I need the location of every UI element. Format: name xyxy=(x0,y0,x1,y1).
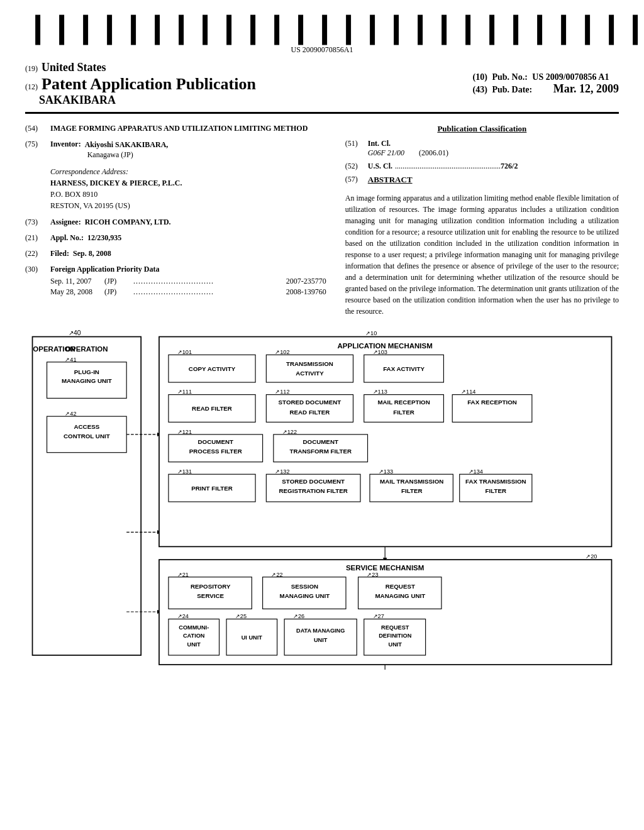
svg-text:↗134: ↗134 xyxy=(469,468,483,475)
us-cl-dots: ........................................… xyxy=(395,162,501,171)
svg-text:COPY ACTIVITY: COPY ACTIVITY xyxy=(189,365,236,372)
svg-text:↗23: ↗23 xyxy=(367,572,378,578)
foreign-num: (30) xyxy=(25,265,50,274)
svg-text:FAX RECEPTION: FAX RECEPTION xyxy=(467,399,517,406)
pub-number-top: US 20090070856A1 xyxy=(25,45,619,55)
pub-type-num: (12) xyxy=(25,82,38,92)
title-label: IMAGE FORMING APPARATUS AND UTILIZATION … xyxy=(50,124,308,133)
assignee-label: Assignee: xyxy=(50,218,81,227)
country-num: (19) xyxy=(25,64,38,74)
us-cl-row: (52) U.S. Cl. ..........................… xyxy=(345,162,619,171)
abstract-num: (57) xyxy=(345,175,368,189)
svg-text:SERVICE MECHANISM: SERVICE MECHANISM xyxy=(346,565,424,572)
barcode-section: ❙❙❙❙❙❙❙❙❙❙❙❙❙❙❙❙❙❙❙❙❙❙❙❙❙❙❙❙❙❙❙❙❙❙❙❙❙❙❙❙… xyxy=(25,13,619,43)
inventor-surname: SAKAKIBARA xyxy=(39,94,116,106)
svg-text:STORED DOCUMENT: STORED DOCUMENT xyxy=(279,399,341,406)
svg-text:ACTIVITY: ACTIVITY xyxy=(296,370,324,377)
inventor-num: (75) xyxy=(25,140,50,160)
svg-text:COMMUNI-: COMMUNI- xyxy=(179,624,209,631)
svg-text:DEFINITION: DEFINITION xyxy=(379,633,411,639)
corr-header: Correspondence Address: xyxy=(50,166,326,177)
svg-text:REQUEST: REQUEST xyxy=(386,583,415,590)
svg-text:FILTER: FILTER xyxy=(486,487,506,494)
svg-text:UNIT: UNIT xyxy=(187,641,201,648)
svg-text:STORED DOCUMENT: STORED DOCUMENT xyxy=(282,478,345,485)
svg-text:SESSION: SESSION xyxy=(291,583,318,590)
svg-text:↗111: ↗111 xyxy=(177,389,192,396)
svg-text:TRANSFORM FILTER: TRANSFORM FILTER xyxy=(289,448,352,455)
int-cl-num: (51) xyxy=(345,139,368,158)
svg-text:↗20: ↗20 xyxy=(586,553,597,560)
svg-text:UNIT: UNIT xyxy=(314,638,328,644)
svg-text:↗113: ↗113 xyxy=(373,389,387,396)
svg-text:CONTROL UNIT: CONTROL UNIT xyxy=(64,433,110,440)
abstract-text: An image forming apparatus and a utiliza… xyxy=(345,192,619,317)
abstract-header-row: (57) ABSTRACT xyxy=(345,175,619,189)
svg-text:READ FILTER: READ FILTER xyxy=(192,405,232,412)
svg-text:MAIL TRANSMISSION: MAIL TRANSMISSION xyxy=(380,478,443,485)
assignee-field: (73) Assignee: RICOH COMPANY, LTD. xyxy=(25,218,326,227)
abstract-title: ABSTRACT xyxy=(368,175,413,185)
svg-text:↗21: ↗21 xyxy=(177,572,189,578)
svg-text:MANAGING UNIT: MANAGING UNIT xyxy=(279,592,330,599)
svg-text:↗26: ↗26 xyxy=(293,614,304,620)
svg-text:FILTER: FILTER xyxy=(393,409,414,416)
header-left: (19) United States (12) Patent Applicati… xyxy=(25,61,460,107)
svg-text:↗40: ↗40 xyxy=(69,329,81,336)
foreign-app-row-1: Sep. 11, 2007 (JP) .....................… xyxy=(50,277,326,286)
pub-date-line: (43) Pub. Date: Mar. 12, 2009 xyxy=(473,82,619,96)
svg-text:↗101: ↗101 xyxy=(177,349,192,355)
foreign-app-row-2: May 28, 2008 (JP) ......................… xyxy=(50,287,326,297)
corr-firm: HARNESS, DICKEY & PIERCE, P.L.C. xyxy=(50,177,326,189)
svg-text:UNIT: UNIT xyxy=(389,641,402,648)
left-column: (54) IMAGE FORMING APPARATUS AND UTILIZA… xyxy=(25,124,326,317)
foreign-label: Foreign Application Priority Data xyxy=(50,265,159,274)
svg-text:↗112: ↗112 xyxy=(275,389,289,396)
svg-text:SERVICE: SERVICE xyxy=(197,592,224,599)
header-right: (10) Pub. No.: US 2009/0070856 A1 (43) P… xyxy=(460,61,619,96)
svg-text:DOCUMENT: DOCUMENT xyxy=(198,438,233,445)
svg-text:REPOSITORY: REPOSITORY xyxy=(191,583,231,590)
country-label: United States xyxy=(42,61,106,74)
diagram-svg: ↗40 OPERATION OPERATION ↗41 PLUG-IN MANA… xyxy=(25,329,619,670)
appl-no-label: Appl. No.: xyxy=(50,233,84,243)
svg-text:ACCESS: ACCESS xyxy=(74,423,100,430)
svg-text:DOCUMENT: DOCUMENT xyxy=(303,438,338,445)
svg-text:UI UNIT: UI UNIT xyxy=(242,634,263,641)
title-field: (54) IMAGE FORMING APPARATUS AND UTILIZA… xyxy=(25,124,326,133)
svg-text:↗25: ↗25 xyxy=(235,614,247,620)
svg-text:↗132: ↗132 xyxy=(275,468,289,475)
svg-text:↗103: ↗103 xyxy=(373,349,387,355)
svg-text:READ FILTER: READ FILTER xyxy=(290,409,330,416)
svg-text:↗41: ↗41 xyxy=(65,357,76,363)
us-cl-num: (52) xyxy=(345,162,368,171)
svg-text:PRINT FILTER: PRINT FILTER xyxy=(191,485,232,492)
main-content: (54) IMAGE FORMING APPARATUS AND UTILIZA… xyxy=(25,124,619,317)
filed-label: Filed: xyxy=(50,249,69,258)
int-cl-year: (2006.01) xyxy=(419,148,448,157)
svg-text:↗30: ↗30 xyxy=(593,669,604,670)
svg-text:↗22: ↗22 xyxy=(271,572,282,578)
svg-text:↗133: ↗133 xyxy=(379,468,393,475)
svg-text:PLUG-IN: PLUG-IN xyxy=(74,369,99,376)
correspondence-block: Correspondence Address: HARNESS, DICKEY … xyxy=(50,166,326,211)
svg-text:MANAGING UNIT: MANAGING UNIT xyxy=(375,592,425,599)
svg-text:REGISTRATION FILTER: REGISTRATION FILTER xyxy=(279,487,348,494)
inventor-label: Inventor: xyxy=(50,140,81,160)
svg-text:TRANSMISSION: TRANSMISSION xyxy=(286,360,333,367)
corr-box: P.O. BOX 8910 xyxy=(50,189,326,200)
pub-no-line: (10) Pub. No.: US 2009/0070856 A1 xyxy=(473,72,619,82)
svg-text:REQUEST: REQUEST xyxy=(381,624,409,631)
pub-type: Patent Application Publication xyxy=(42,74,256,94)
svg-text:MAIL RECEPTION: MAIL RECEPTION xyxy=(377,399,430,406)
inventor-field: (75) Inventor: Akiyoshi SAKAKIBARA, Kana… xyxy=(25,140,326,160)
filed-field: (22) Filed: Sep. 8, 2008 xyxy=(25,249,326,258)
svg-text:↗121: ↗121 xyxy=(177,429,192,435)
title-num: (54) xyxy=(25,124,50,133)
svg-text:PROCESS FILTER: PROCESS FILTER xyxy=(189,448,242,455)
svg-text:CATION: CATION xyxy=(183,633,205,639)
svg-text:DATA MANAGING: DATA MANAGING xyxy=(296,628,345,634)
classification-title: Publication Classification xyxy=(345,124,619,134)
appl-no-value: 12/230,935 xyxy=(87,233,121,243)
diagram-section: ↗40 OPERATION OPERATION ↗41 PLUG-IN MANA… xyxy=(25,329,619,672)
